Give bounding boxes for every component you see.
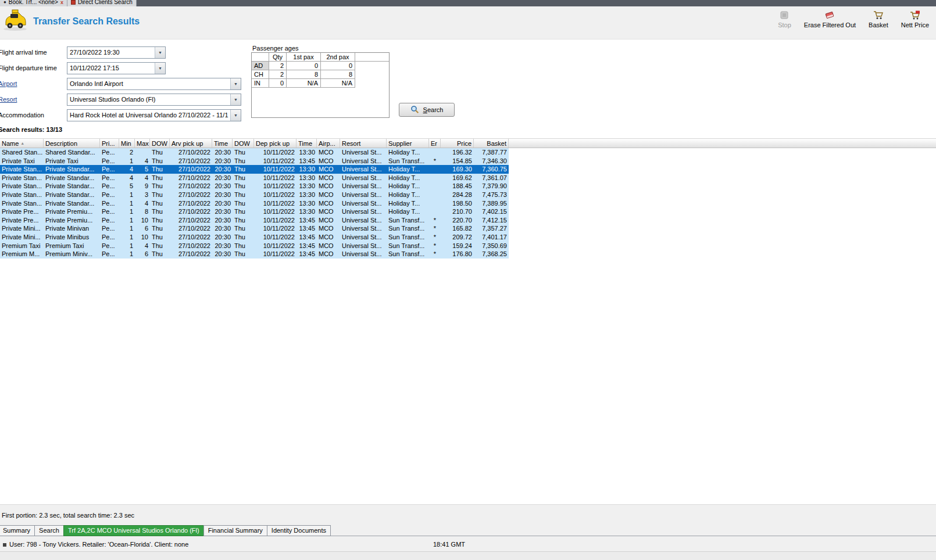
cell-1-15: 154.85 — [441, 157, 474, 166]
pax-cell-1-0[interactable]: CH — [252, 70, 269, 79]
table-row[interactable]: Premium TaxiPremium TaxiPe...14Thu27/10/… — [0, 242, 509, 250]
column-header-12[interactable]: Resort — [340, 139, 387, 148]
chevron-down-icon[interactable]: ▼ — [230, 110, 241, 121]
pax-cell-1-2[interactable]: 8 — [287, 70, 321, 79]
flight-departure-time-combobox[interactable]: 10/11/2022 17:15▼ — [67, 62, 166, 74]
table-row[interactable]: Private Stan...Private Standar...Pe...45… — [0, 165, 509, 174]
cell-6-9: 10/11/2022 — [254, 199, 296, 208]
pax-cell-1-1[interactable]: 2 — [269, 70, 287, 79]
cell-6-2: Pe... — [100, 199, 119, 208]
table-row[interactable]: Private Stan...Private Standar...Pe...44… — [0, 174, 509, 182]
cell-7-8: Thu — [233, 207, 254, 216]
table-row[interactable]: Private Mini...Private MinibusPe...110Th… — [0, 233, 509, 242]
table-row[interactable]: Private Stan...Private Standar...Pe...13… — [0, 191, 509, 199]
erase-filtered-out-button[interactable]: Erase Filtered Out — [804, 10, 856, 28]
chevron-down-icon[interactable]: ▼ — [155, 47, 165, 58]
cell-9-14: * — [429, 224, 441, 233]
bottom-tab-3[interactable]: Financial Summary — [203, 525, 267, 536]
cell-1-2: Pe... — [100, 157, 119, 166]
cell-12-1: Premium Miniv... — [44, 250, 100, 259]
cell-7-11: MCO — [317, 207, 340, 216]
cell-0-3: 2 — [119, 148, 135, 157]
airport-combobox[interactable]: Orlando Intl Airport▼ — [67, 78, 241, 90]
cell-10-8: Thu — [233, 233, 254, 242]
column-header-16[interactable]: Basket — [474, 139, 509, 148]
window-tab-booking[interactable]: ● Book. Trf... <none> x — [0, 0, 67, 6]
column-header-11[interactable]: Airp... — [317, 139, 340, 148]
column-header-1[interactable]: Description — [44, 139, 100, 148]
cell-1-3: 1 — [119, 157, 135, 166]
pax-cell-2-2[interactable]: N/A — [287, 79, 321, 88]
form-row-flight-arrival-time: Flight arrival time27/10/2022 19:30▼ — [0, 46, 166, 59]
cell-4-13: Holiday T... — [387, 182, 429, 191]
bottom-tab-0[interactable]: Summary — [0, 525, 35, 536]
search-button[interactable]: Search — [399, 103, 455, 117]
table-row[interactable]: Private Stan...Private Standar...Pe...59… — [0, 182, 509, 191]
column-header-2[interactable]: Pri... — [100, 139, 119, 148]
cell-8-11: MCO — [317, 216, 340, 225]
column-header-7[interactable]: Time — [212, 139, 233, 148]
column-header-4[interactable]: Max — [135, 139, 150, 148]
pax-cell-0-3[interactable]: 0 — [321, 62, 355, 70]
accommodation-combobox[interactable]: Hard Rock Hotel at Universal Orlando 27/… — [67, 109, 241, 121]
cell-8-15: 220.70 — [441, 216, 474, 225]
cell-8-5: Thu — [150, 216, 170, 225]
pax-cell-1-3[interactable]: 8 — [321, 70, 355, 79]
pax-cell-0-1[interactable]: 2 — [269, 62, 287, 70]
column-header-5[interactable]: DOW — [150, 139, 170, 148]
pax-cell-2-3[interactable]: N/A — [321, 79, 355, 88]
column-header-6[interactable]: Arv pick up — [170, 139, 212, 148]
table-row[interactable]: Private Pre...Private Premiu...Pe...18Th… — [0, 207, 509, 216]
field-label-airport[interactable]: Airport — [0, 80, 67, 87]
pax-cell-2-1[interactable]: 0 — [269, 79, 287, 88]
column-header-10[interactable]: Time — [296, 139, 317, 148]
nett-price-button[interactable]: Nett Price — [901, 10, 929, 28]
basket-button[interactable]: Basket — [869, 10, 888, 28]
cell-2-14 — [429, 165, 441, 174]
chevron-down-icon[interactable]: ▼ — [230, 94, 241, 105]
cell-1-9: 10/11/2022 — [254, 157, 296, 166]
column-header-3[interactable]: Min — [119, 139, 135, 148]
cell-4-14 — [429, 182, 441, 191]
cell-9-11: MCO — [317, 224, 340, 233]
cell-5-0: Private Stan... — [0, 191, 44, 199]
table-row[interactable]: Private Pre...Private Premiu...Pe...110T… — [0, 216, 509, 225]
resort-combobox[interactable]: Universal Studios Orlando (Fl)▼ — [67, 94, 241, 106]
table-row[interactable]: Private TaxiPrivate TaxiPe...14Thu27/10/… — [0, 157, 509, 166]
cell-5-1: Private Standar... — [44, 191, 100, 199]
column-header-14[interactable]: Er — [429, 139, 441, 148]
cell-7-13: Holiday T... — [387, 207, 429, 216]
cell-10-6: 27/10/2022 — [170, 233, 212, 242]
cell-11-15: 159.24 — [441, 242, 474, 250]
table-row[interactable]: Private Stan...Private Standar...Pe...14… — [0, 199, 509, 208]
header-filler — [509, 139, 936, 148]
cell-7-12: Universal St... — [340, 207, 387, 216]
cell-10-1: Private Minibus — [44, 233, 100, 242]
bottom-tab-2[interactable]: Trf 2A,2C MCO Universal Studios Orlando … — [63, 525, 204, 536]
cell-4-4: 9 — [135, 182, 150, 191]
column-header-13[interactable]: Supplier — [387, 139, 429, 148]
cell-12-13: Sun Transf... — [387, 250, 429, 259]
table-row[interactable]: Premium M...Premium Miniv...Pe...16Thu27… — [0, 250, 509, 259]
chevron-down-icon[interactable]: ▼ — [230, 78, 241, 89]
flight-arrival-time-combobox[interactable]: 27/10/2022 19:30▼ — [67, 46, 166, 59]
column-header-8[interactable]: DOW — [233, 139, 254, 148]
chevron-down-icon[interactable]: ▼ — [155, 63, 165, 74]
column-header-0[interactable]: Name▲ — [0, 139, 44, 148]
pax-cell-0-0[interactable]: AD — [252, 62, 269, 70]
stop-label: Stop — [778, 21, 791, 28]
resort-value: Universal Studios Orlando (Fl) — [67, 96, 230, 103]
cell-4-3: 5 — [119, 182, 135, 191]
field-label-resort[interactable]: Resort — [0, 96, 67, 103]
bottom-tab-1[interactable]: Search — [34, 525, 64, 536]
bottom-tab-4[interactable]: Identity Documents — [267, 525, 331, 536]
table-row[interactable]: Private Mini...Private MinivanPe...16Thu… — [0, 224, 509, 233]
pax-cell-0-2[interactable]: 0 — [287, 62, 321, 70]
window-tab-direct-clients-search[interactable]: Direct Clients Search — [67, 0, 137, 6]
cell-3-15: 169.62 — [441, 174, 474, 182]
table-row[interactable]: Shared Stan...Shared Standar...Pe...2Thu… — [0, 148, 509, 157]
column-header-15[interactable]: Price — [441, 139, 474, 148]
pax-cell-2-0[interactable]: IN — [252, 79, 269, 88]
close-tab-icon[interactable]: x — [60, 0, 63, 5]
column-header-9[interactable]: Dep pick up — [254, 139, 296, 148]
